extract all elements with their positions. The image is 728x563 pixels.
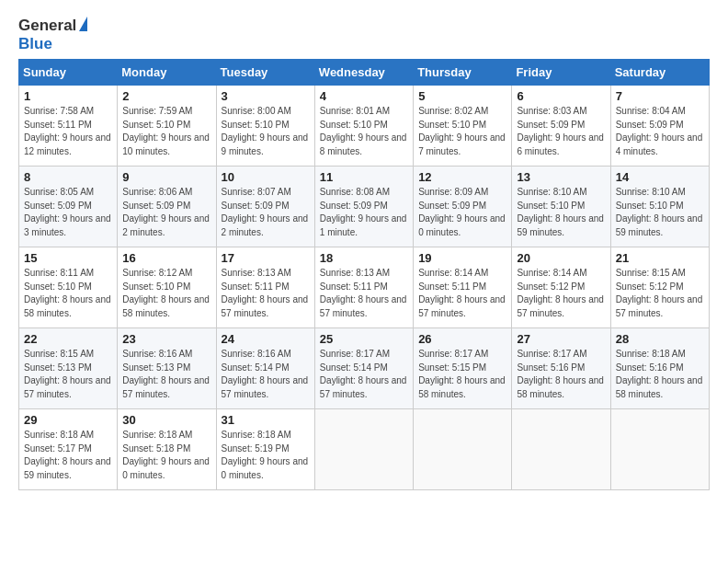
day-info: Sunrise: 8:03 AM Sunset: 5:09 PM Dayligh… [517, 105, 605, 158]
calendar-cell: 14 Sunrise: 8:10 AM Sunset: 5:10 PM Dayl… [610, 167, 709, 247]
day-number: 6 [517, 89, 605, 103]
calendar-cell: 9 Sunrise: 8:06 AM Sunset: 5:09 PM Dayli… [118, 167, 216, 247]
calendar-cell [314, 409, 413, 490]
weekday-monday: Monday [118, 60, 216, 86]
day-number: 11 [320, 170, 408, 184]
day-number: 19 [418, 251, 506, 265]
day-number: 27 [517, 332, 605, 346]
day-info: Sunrise: 8:18 AM Sunset: 5:19 PM Dayligh… [222, 429, 310, 482]
week-row-2: 8 Sunrise: 8:05 AM Sunset: 5:09 PM Dayli… [19, 167, 710, 247]
day-info: Sunrise: 8:16 AM Sunset: 5:13 PM Dayligh… [122, 348, 210, 401]
day-info: Sunrise: 8:17 AM Sunset: 5:14 PM Dayligh… [320, 348, 408, 401]
page-container: General Blue SundayMondayTuesdayWednesda… [0, 0, 728, 500]
day-info: Sunrise: 8:15 AM Sunset: 5:12 PM Dayligh… [616, 267, 704, 320]
day-info: Sunrise: 8:00 AM Sunset: 5:10 PM Dayligh… [222, 105, 310, 158]
day-info: Sunrise: 8:12 AM Sunset: 5:10 PM Dayligh… [122, 267, 210, 320]
day-number: 21 [616, 251, 704, 265]
day-info: Sunrise: 8:04 AM Sunset: 5:09 PM Dayligh… [616, 105, 704, 158]
week-row-1: 1 Sunrise: 7:58 AM Sunset: 5:11 PM Dayli… [19, 86, 710, 167]
day-info: Sunrise: 8:01 AM Sunset: 5:10 PM Dayligh… [320, 105, 408, 158]
calendar-cell: 16 Sunrise: 8:12 AM Sunset: 5:10 PM Dayl… [118, 247, 216, 328]
weekday-saturday: Saturday [610, 60, 709, 86]
day-info: Sunrise: 8:13 AM Sunset: 5:11 PM Dayligh… [320, 267, 408, 320]
calendar-cell: 24 Sunrise: 8:16 AM Sunset: 5:14 PM Dayl… [216, 328, 314, 409]
day-info: Sunrise: 8:09 AM Sunset: 5:09 PM Dayligh… [418, 186, 506, 239]
day-number: 12 [418, 170, 506, 184]
weekday-thursday: Thursday [414, 60, 512, 86]
day-info: Sunrise: 8:17 AM Sunset: 5:15 PM Dayligh… [418, 348, 506, 401]
day-number: 5 [418, 89, 506, 103]
day-info: Sunrise: 7:59 AM Sunset: 5:10 PM Dayligh… [122, 105, 210, 158]
day-info: Sunrise: 8:14 AM Sunset: 5:12 PM Dayligh… [517, 267, 605, 320]
day-number: 3 [222, 89, 310, 103]
day-info: Sunrise: 8:05 AM Sunset: 5:09 PM Dayligh… [24, 186, 112, 239]
week-row-5: 29 Sunrise: 8:18 AM Sunset: 5:17 PM Dayl… [19, 409, 710, 490]
day-number: 25 [320, 332, 408, 346]
calendar-cell: 23 Sunrise: 8:16 AM Sunset: 5:13 PM Dayl… [118, 328, 216, 409]
day-number: 2 [122, 89, 210, 103]
calendar-cell: 3 Sunrise: 8:00 AM Sunset: 5:10 PM Dayli… [216, 86, 314, 167]
day-info: Sunrise: 8:18 AM Sunset: 5:16 PM Dayligh… [616, 348, 704, 401]
logo: General Blue [18, 17, 87, 53]
day-info: Sunrise: 8:07 AM Sunset: 5:09 PM Dayligh… [222, 186, 310, 239]
day-info: Sunrise: 8:15 AM Sunset: 5:13 PM Dayligh… [24, 348, 112, 401]
calendar-cell: 27 Sunrise: 8:17 AM Sunset: 5:16 PM Dayl… [512, 328, 610, 409]
calendar-cell: 5 Sunrise: 8:02 AM Sunset: 5:10 PM Dayli… [414, 86, 512, 167]
day-number: 13 [517, 170, 605, 184]
day-info: Sunrise: 8:13 AM Sunset: 5:11 PM Dayligh… [222, 267, 310, 320]
week-row-3: 15 Sunrise: 8:11 AM Sunset: 5:10 PM Dayl… [19, 247, 710, 328]
calendar-cell: 15 Sunrise: 8:11 AM Sunset: 5:10 PM Dayl… [19, 247, 118, 328]
day-number: 29 [24, 413, 112, 427]
calendar-cell: 2 Sunrise: 7:59 AM Sunset: 5:10 PM Dayli… [118, 86, 216, 167]
day-number: 15 [24, 251, 112, 265]
day-info: Sunrise: 8:10 AM Sunset: 5:10 PM Dayligh… [517, 186, 605, 239]
header: General Blue [18, 17, 710, 53]
day-number: 20 [517, 251, 605, 265]
calendar-cell: 12 Sunrise: 8:09 AM Sunset: 5:09 PM Dayl… [414, 167, 512, 247]
calendar-cell: 17 Sunrise: 8:13 AM Sunset: 5:11 PM Dayl… [216, 247, 314, 328]
day-number: 7 [616, 89, 704, 103]
calendar-cell: 29 Sunrise: 8:18 AM Sunset: 5:17 PM Dayl… [19, 409, 118, 490]
calendar-cell: 11 Sunrise: 8:08 AM Sunset: 5:09 PM Dayl… [314, 167, 413, 247]
weekday-sunday: Sunday [19, 60, 118, 86]
calendar-cell: 7 Sunrise: 8:04 AM Sunset: 5:09 PM Dayli… [610, 86, 709, 167]
day-info: Sunrise: 8:02 AM Sunset: 5:10 PM Dayligh… [418, 105, 506, 158]
weekday-header-row: SundayMondayTuesdayWednesdayThursdayFrid… [19, 60, 710, 86]
day-info: Sunrise: 8:18 AM Sunset: 5:17 PM Dayligh… [24, 429, 112, 482]
calendar-cell: 13 Sunrise: 8:10 AM Sunset: 5:10 PM Dayl… [512, 167, 610, 247]
calendar-cell: 28 Sunrise: 8:18 AM Sunset: 5:16 PM Dayl… [610, 328, 709, 409]
day-number: 4 [320, 89, 408, 103]
weekday-tuesday: Tuesday [216, 60, 314, 86]
day-info: Sunrise: 8:14 AM Sunset: 5:11 PM Dayligh… [418, 267, 506, 320]
day-number: 16 [122, 251, 210, 265]
day-number: 9 [122, 170, 210, 184]
calendar-cell: 21 Sunrise: 8:15 AM Sunset: 5:12 PM Dayl… [610, 247, 709, 328]
logo-general-text: General [18, 17, 76, 35]
day-info: Sunrise: 8:06 AM Sunset: 5:09 PM Dayligh… [122, 186, 210, 239]
day-number: 1 [24, 89, 112, 103]
day-info: Sunrise: 8:10 AM Sunset: 5:10 PM Dayligh… [616, 186, 704, 239]
calendar-cell: 18 Sunrise: 8:13 AM Sunset: 5:11 PM Dayl… [314, 247, 413, 328]
day-info: Sunrise: 7:58 AM Sunset: 5:11 PM Dayligh… [24, 105, 112, 158]
logo-blue-text: Blue [18, 35, 87, 53]
day-number: 17 [222, 251, 310, 265]
day-number: 28 [616, 332, 704, 346]
calendar-table: SundayMondayTuesdayWednesdayThursdayFrid… [18, 59, 710, 490]
day-number: 8 [24, 170, 112, 184]
day-number: 30 [122, 413, 210, 427]
day-number: 18 [320, 251, 408, 265]
day-info: Sunrise: 8:11 AM Sunset: 5:10 PM Dayligh… [24, 267, 112, 320]
calendar-cell: 30 Sunrise: 8:18 AM Sunset: 5:18 PM Dayl… [118, 409, 216, 490]
weekday-wednesday: Wednesday [314, 60, 413, 86]
calendar-cell: 6 Sunrise: 8:03 AM Sunset: 5:09 PM Dayli… [512, 86, 610, 167]
calendar-cell: 25 Sunrise: 8:17 AM Sunset: 5:14 PM Dayl… [314, 328, 413, 409]
day-number: 22 [24, 332, 112, 346]
calendar-cell [414, 409, 512, 490]
calendar-cell [512, 409, 610, 490]
calendar-cell: 22 Sunrise: 8:15 AM Sunset: 5:13 PM Dayl… [19, 328, 118, 409]
calendar-cell: 26 Sunrise: 8:17 AM Sunset: 5:15 PM Dayl… [414, 328, 512, 409]
calendar-cell: 19 Sunrise: 8:14 AM Sunset: 5:11 PM Dayl… [414, 247, 512, 328]
calendar-cell: 31 Sunrise: 8:18 AM Sunset: 5:19 PM Dayl… [216, 409, 314, 490]
day-number: 23 [122, 332, 210, 346]
calendar-cell: 20 Sunrise: 8:14 AM Sunset: 5:12 PM Dayl… [512, 247, 610, 328]
